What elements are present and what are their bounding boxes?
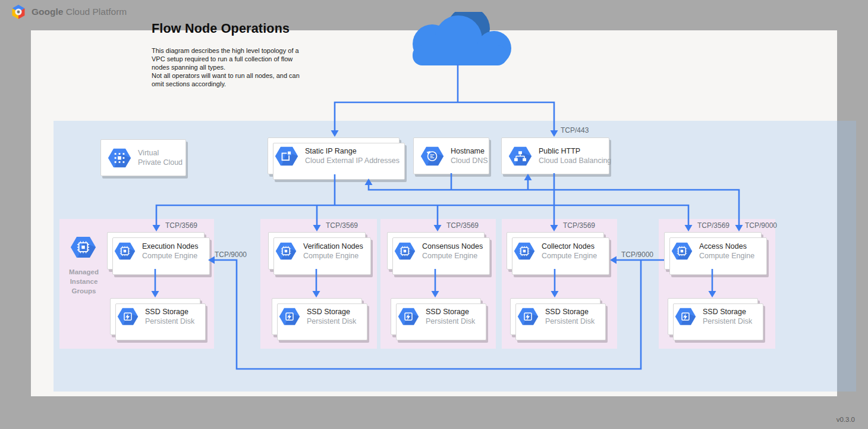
cloud-dns-icon (420, 146, 444, 167)
brand-google: Google (32, 7, 63, 17)
node-card-subtitle: Compute Engine (142, 252, 199, 260)
load-balancer-icon (508, 146, 532, 167)
port-label-execution-9000: TCP/9000 (215, 250, 247, 259)
access-nodes-card: Access Nodes Compute Engine (664, 232, 762, 270)
storage-card-subtitle: Persistent Disk (307, 317, 356, 325)
access-storage-card: SSD Storage Persistent Disk (668, 298, 758, 335)
compute-engine-icon (275, 242, 297, 261)
node-card-subtitle: Compute Engine (542, 252, 597, 260)
consensus-nodes-card: Consensus Nodes Compute Engine (387, 232, 485, 270)
external-ip-icon (275, 146, 298, 167)
port-label-collector-3569: TCP/3569 (563, 221, 595, 230)
port-label-consensus-3569: TCP/3569 (446, 221, 479, 230)
node-card-title: Verification Nodes (303, 242, 363, 250)
compute-engine-icon (671, 242, 693, 261)
diagram-page: Google Cloud Platform Flow Node Operatio… (0, 0, 868, 429)
public-http-subtitle: Cloud Load Balancing (539, 156, 609, 165)
compute-engine-icon (514, 242, 535, 261)
consensus-storage-card: SSD Storage Persistent Disk (391, 298, 481, 335)
port-label-https: TCP/443 (561, 126, 589, 134)
node-card-title: Execution Nodes (142, 242, 199, 250)
port-label-verification-3569: TCP/3569 (326, 221, 358, 230)
port-label-access-3569: TCP/3569 (697, 221, 729, 230)
cloud-icon (405, 12, 515, 65)
header: Google Cloud Platform (11, 4, 127, 20)
gcp-logo-icon (11, 4, 26, 20)
port-label-execution-3569: TCP/3569 (165, 221, 197, 230)
storage-card-title: SSD Storage (145, 308, 194, 316)
storage-card-title: SSD Storage (426, 308, 475, 316)
execution-storage-card: SSD Storage Persistent Disk (110, 298, 200, 335)
brand-text: Google Cloud Platform (32, 7, 127, 17)
version-label: v0.3.0 (800, 416, 855, 423)
public-http-card: Public HTTP Cloud Load Balancing (501, 137, 609, 174)
persistent-disk-icon (398, 307, 419, 326)
node-card-title: Consensus Nodes (422, 242, 483, 250)
port-label-collector-9000: TCP/9000 (621, 250, 653, 259)
persistent-disk-icon (675, 307, 696, 326)
virtual-private-cloud-card: Virtual Private Cloud (100, 139, 186, 176)
persistent-disk-icon (117, 307, 139, 326)
collector-storage-card: SSD Storage Persistent Disk (510, 298, 600, 335)
managed-instance-groups-label: Managed Instance Groups (55, 267, 112, 296)
storage-card-title: SSD Storage (545, 308, 595, 316)
compute-engine-icon (114, 242, 136, 261)
static-ip-range-card: Static IP Range Cloud External IP Addres… (268, 137, 400, 174)
execution-nodes-card: Execution Nodes Compute Engine (107, 232, 205, 270)
storage-card-subtitle: Persistent Disk (545, 317, 595, 325)
static-ip-title: Static IP Range (305, 147, 399, 155)
vpc-card-label: Virtual Private Cloud (138, 149, 183, 167)
storage-card-subtitle: Persistent Disk (703, 317, 752, 325)
hostname-subtitle: Cloud DNS (451, 156, 488, 165)
diagram-title: Flow Node Operations (152, 21, 290, 36)
storage-card-title: SSD Storage (703, 308, 752, 316)
compute-engine-icon (394, 242, 416, 261)
hostname-card: Hostname Cloud DNS (413, 137, 489, 174)
persistent-disk-icon (517, 307, 539, 326)
collector-nodes-card: Collector Nodes Compute Engine (507, 232, 604, 270)
verification-storage-card: SSD Storage Persistent Disk (272, 298, 362, 335)
static-ip-subtitle: Cloud External IP Addresses (305, 156, 399, 165)
storage-card-subtitle: Persistent Disk (426, 317, 475, 325)
public-http-title: Public HTTP (539, 147, 609, 155)
port-label-access-9000: TCP/9000 (745, 221, 777, 230)
managed-instance-group-icon (70, 236, 96, 259)
node-card-title: Collector Nodes (542, 242, 597, 250)
brand-cloud-platform: Cloud Platform (66, 7, 127, 17)
node-card-title: Access Nodes (699, 242, 754, 250)
verification-nodes-card: Verification Nodes Compute Engine (268, 232, 366, 270)
storage-card-subtitle: Persistent Disk (145, 317, 194, 325)
vpc-icon (108, 148, 131, 168)
node-card-subtitle: Compute Engine (303, 252, 363, 260)
persistent-disk-icon (279, 307, 300, 326)
storage-card-title: SSD Storage (307, 308, 356, 316)
node-card-subtitle: Compute Engine (422, 252, 483, 260)
node-card-subtitle: Compute Engine (699, 252, 754, 260)
hostname-title: Hostname (451, 147, 488, 155)
diagram-description: This diagram describes the high level to… (152, 47, 330, 89)
